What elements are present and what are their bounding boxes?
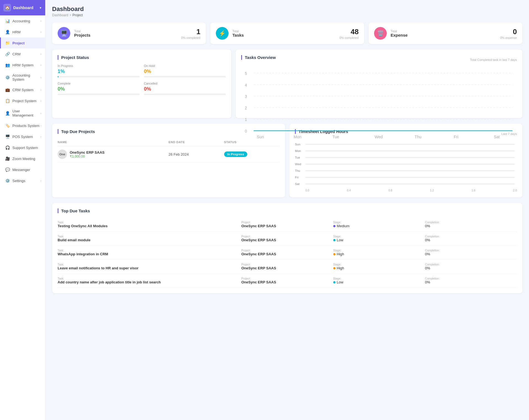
status-label-cancelled: Cancelled	[144, 82, 226, 85]
svg-text:Mon: Mon	[294, 135, 301, 139]
project-details: OneSync ERP SAAS ₹1,000.00	[70, 150, 104, 158]
project-end-date: 26 Feb 2024	[169, 152, 224, 156]
stage-value: Low	[333, 280, 425, 284]
status-value-inprogress: 1%	[58, 69, 139, 74]
stage-dot-icon	[333, 281, 335, 283]
x-0.8: 0.8	[388, 189, 392, 192]
project-cell: Project: OneSync ERP SAAS	[241, 235, 333, 242]
stage-dot-icon	[333, 225, 335, 227]
svg-text:Sun: Sun	[257, 135, 264, 139]
stat-value-expense: 0	[500, 28, 517, 36]
status-complete: Complete 0%	[58, 82, 139, 95]
x-0.4: 0.4	[347, 189, 351, 192]
hbar-label-tue: Tue	[295, 156, 303, 159]
status-label-complete: Complete	[58, 82, 139, 85]
top-due-tasks-panel: Top Due Tasks Task: Testing OneSync All …	[52, 203, 522, 293]
tasks-chart-svg: 5 4 3 2 1 0 Sun Mon Tue	[241, 69, 517, 140]
completion-value: 0%	[425, 238, 517, 242]
project-label: Project:	[241, 263, 333, 266]
table-row: One OneSync ERP SAAS ₹1,000.00 26 Feb 20…	[58, 146, 280, 162]
stat-sub-expense: 0% expense	[500, 36, 517, 39]
stat-card-expense: 🗑️ Total Expense 0 0% expense	[369, 23, 522, 44]
completion-label: Completion:	[425, 277, 517, 280]
progress-fill-inprogress	[58, 76, 58, 77]
user-management-icon: 👤	[5, 110, 10, 116]
sidebar-item-label: Project System	[12, 99, 41, 103]
sidebar-item-label: Accounting	[12, 19, 41, 23]
stage-label: Stage:	[333, 277, 425, 280]
stat-name-expense: Expense	[391, 33, 496, 37]
sidebar-item-support-system[interactable]: 🎧 Support System	[0, 142, 45, 153]
project-cell: Project: OneSync ERP SAAS	[241, 249, 333, 256]
sidebar-item-crm[interactable]: 🔗 CRM ›	[0, 48, 45, 59]
sidebar-item-accounting-system[interactable]: ⚙️ Accounting System ›	[0, 71, 45, 84]
sidebar-item-products-system[interactable]: 🏷️ Products System ›	[0, 120, 45, 131]
completion-cell: Completion: 0%	[425, 249, 517, 256]
sidebar-item-project[interactable]: 📁 Project	[0, 37, 45, 48]
task-label: Task:	[58, 277, 241, 280]
chevron-right-icon: ›	[41, 124, 41, 127]
completion-label: Completion:	[425, 235, 517, 238]
task-label: Task:	[58, 249, 241, 252]
task-row: Task: Add country name after job applica…	[58, 274, 517, 288]
svg-text:Thu: Thu	[415, 135, 421, 139]
sidebar-item-hrm-system[interactable]: 👥 HRM System ›	[0, 59, 45, 71]
sidebar-item-settings[interactable]: ⚙️ Settings ›	[0, 175, 45, 186]
sidebar-item-accounting[interactable]: 📊 Accounting ›	[0, 15, 45, 26]
sidebar-item-user-management[interactable]: 👤 User Management ›	[0, 106, 45, 120]
hbar-row-tue: Tue	[295, 156, 517, 159]
hbar-track-fri	[305, 177, 515, 178]
stat-name-projects: Projects	[74, 33, 177, 37]
sidebar-item-label: CRM	[12, 52, 41, 56]
stat-cards: 🖥️ Total Projects 1 0% completed ⚡ Total…	[52, 23, 522, 44]
chevron-right-icon: ›	[41, 88, 41, 91]
sidebar-item-crm-system[interactable]: 💼 CRM System ›	[0, 84, 45, 95]
project-label: Project:	[241, 277, 333, 280]
project-status-panel: Project Status In Progress 1% On Hold 0%	[52, 50, 231, 118]
sidebar-item-zoom-meeting[interactable]: 🎥 Zoom Meeting	[0, 153, 45, 164]
hbar-row-fri: Fri	[295, 176, 517, 179]
task-name: Build email module	[58, 238, 241, 242]
project-name: OneSync ERP SAAS	[241, 252, 333, 256]
status-in-progress: In Progress 1%	[58, 64, 139, 77]
col-end-date: END DATE	[169, 140, 224, 144]
task-name: Leave email notifications to HR and supe…	[58, 266, 241, 270]
sidebar-item-project-system[interactable]: 📋 Project System ›	[0, 95, 45, 106]
progress-bar-cancelled	[144, 94, 226, 95]
stage-cell: Stage: High	[333, 249, 425, 256]
crm-icon: 🔗	[5, 51, 10, 57]
svg-text:Tue: Tue	[332, 135, 339, 139]
sidebar-item-pos-system[interactable]: 🖥️ POS System ›	[0, 131, 45, 142]
sidebar-title: Dashboard	[13, 6, 39, 10]
avatar: One	[58, 150, 67, 159]
completion-value: 0%	[425, 252, 517, 256]
sidebar: 🏠 Dashboard ▼ 📊 Accounting › 👤 HRM › 📁 P…	[0, 0, 45, 420]
timesheet-chart: Sun Mon Tue Wed Thu	[295, 143, 517, 192]
progress-bar-onhold	[144, 76, 226, 77]
sidebar-header[interactable]: 🏠 Dashboard ▼	[0, 0, 45, 15]
task-row: Task: WhatsApp integration in CRM Projec…	[58, 246, 517, 260]
completion-label: Completion:	[425, 221, 517, 224]
completion-value: 0%	[425, 224, 517, 228]
task-name: Add country name after job application t…	[58, 280, 241, 284]
stage-label: Stage:	[333, 249, 425, 252]
x-2.0: 2.0	[513, 189, 517, 192]
sidebar-item-messenger[interactable]: 💬 Messenger	[0, 164, 45, 175]
stat-label-tasks: Total	[232, 29, 335, 33]
svg-text:0: 0	[245, 129, 247, 133]
hbar-track-wed	[305, 164, 515, 165]
project-label: Project:	[241, 221, 333, 224]
col-name: NAME	[58, 140, 169, 144]
completion-cell: Completion: 0%	[425, 221, 517, 228]
pos-system-icon: 🖥️	[5, 134, 10, 139]
crm-system-icon: 💼	[5, 87, 10, 93]
sidebar-item-hrm[interactable]: 👤 HRM ›	[0, 26, 45, 37]
completion-value: 0%	[425, 266, 517, 270]
task-row: Task: Build email module Project: OneSyn…	[58, 232, 517, 246]
completion-cell: Completion: 0%	[425, 277, 517, 284]
breadcrumb-home[interactable]: Dashboard	[52, 13, 68, 17]
tasks-chart: 5 4 3 2 1 0 Sun Mon Tue	[241, 69, 517, 113]
chevron-right-icon: ›	[41, 135, 41, 138]
chevron-right-icon: ›	[41, 179, 41, 182]
status-value-cancelled: 0%	[144, 86, 226, 92]
